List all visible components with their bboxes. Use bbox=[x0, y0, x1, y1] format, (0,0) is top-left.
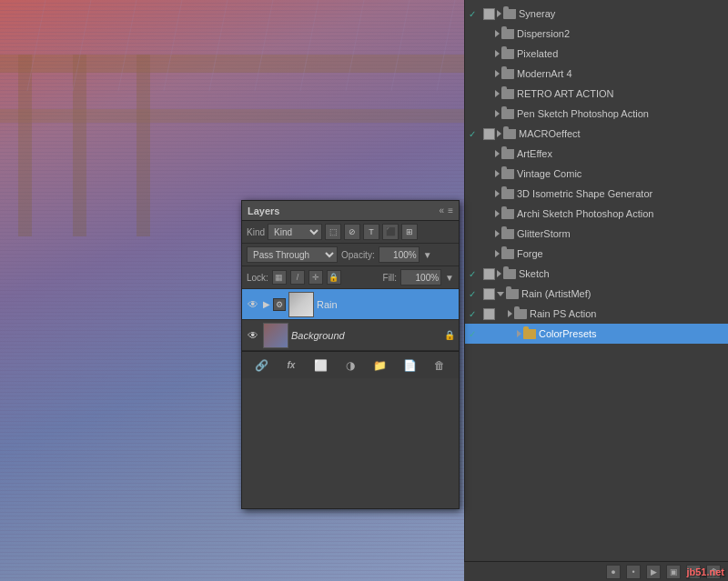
lock-row: Lock: ▦ / ✛ 🔒 Fill: 100% ▼ bbox=[242, 266, 459, 289]
check-mark: ✓ bbox=[469, 129, 481, 139]
new-layer-icon[interactable]: 📄 bbox=[401, 357, 418, 374]
kind-icon-3[interactable]: T bbox=[363, 224, 379, 240]
panel-menu-btn[interactable]: ≡ bbox=[448, 205, 453, 215]
folder-icon bbox=[501, 89, 514, 99]
collapse-triangle[interactable] bbox=[495, 190, 500, 197]
collapse-triangle[interactable] bbox=[495, 230, 500, 237]
collapse-triangle[interactable] bbox=[495, 150, 500, 157]
folder-icon bbox=[501, 149, 514, 159]
item-label: Dispersion2 bbox=[517, 28, 570, 39]
kind-icon-1[interactable]: ⬚ bbox=[325, 224, 341, 240]
group-icon[interactable]: 📁 bbox=[372, 357, 389, 374]
check-mark: ✓ bbox=[469, 309, 481, 319]
collapse-triangle[interactable] bbox=[495, 50, 500, 57]
right-panel-item-glitterstorm[interactable]: GlitterStorm bbox=[465, 224, 728, 244]
adjustment-icon[interactable]: ◑ bbox=[342, 357, 359, 374]
kind-icon-2[interactable]: ⊘ bbox=[344, 224, 360, 240]
collapse-triangle[interactable] bbox=[495, 90, 500, 97]
folder-icon bbox=[503, 269, 516, 279]
visibility-icon-rain[interactable]: 👁 bbox=[246, 297, 260, 312]
fill-input[interactable]: 100% bbox=[400, 269, 441, 285]
right-panel-item-arteffex[interactable]: ArtEffex bbox=[465, 144, 728, 164]
fx-icon[interactable]: fx bbox=[283, 357, 299, 374]
page-icon bbox=[483, 128, 495, 140]
mask-icon[interactable]: ⬜ bbox=[312, 357, 329, 374]
visibility-icon-bg[interactable]: 👁 bbox=[246, 328, 260, 343]
lock-brush-icon[interactable]: / bbox=[290, 270, 305, 285]
blend-row: Pass Through Opacity: 100% ▼ bbox=[242, 244, 459, 266]
collapse-triangle[interactable] bbox=[495, 250, 500, 257]
item-label: MACROeffect bbox=[519, 128, 581, 139]
collapse-triangle[interactable] bbox=[495, 30, 500, 37]
item-label: ColorPresets bbox=[539, 328, 597, 339]
blend-mode-select[interactable]: Pass Through bbox=[247, 246, 338, 263]
panel-footer: 🔗 fx ⬜ ◑ 📁 📄 🗑 bbox=[242, 351, 459, 378]
collapse-triangle[interactable] bbox=[495, 210, 500, 217]
collapse-triangle[interactable] bbox=[497, 270, 501, 277]
expand-triangle[interactable] bbox=[497, 292, 504, 296]
item-label: Sketch bbox=[519, 268, 550, 279]
panel-controls: « ≡ bbox=[440, 205, 453, 215]
layer-name-rain: Rain bbox=[317, 299, 455, 310]
right-panel-item-rain-ps-action[interactable]: ✓Rain PS Action bbox=[465, 304, 728, 324]
kind-select[interactable]: Kind bbox=[268, 224, 322, 240]
panel-titlebar: Layers « ≡ bbox=[242, 201, 459, 221]
svg-line-7 bbox=[118, 0, 136, 91]
collapse-triangle[interactable] bbox=[495, 170, 500, 177]
svg-line-10 bbox=[255, 0, 273, 91]
collapse-triangle[interactable] bbox=[517, 330, 521, 337]
check-mark: ✓ bbox=[469, 289, 481, 299]
collapse-triangle[interactable] bbox=[497, 130, 501, 137]
right-panel-item-vintage-comic[interactable]: Vintage Comic bbox=[465, 164, 728, 184]
opacity-input[interactable]: 100% bbox=[379, 246, 420, 263]
right-panel-item-syneray[interactable]: ✓Syneray bbox=[465, 4, 728, 24]
folder-icon[interactable]: ▣ bbox=[666, 565, 681, 579]
right-panel-item-colorpresets[interactable]: ✓ColorPresets bbox=[465, 324, 728, 344]
folder-icon bbox=[514, 309, 527, 319]
layer-lock-bg: 🔒 bbox=[444, 330, 455, 340]
folder-icon bbox=[501, 29, 514, 39]
kind-icon-5[interactable]: ⊞ bbox=[401, 224, 418, 240]
right-panel-item-pen-sketch-photoshop-action[interactable]: Pen Sketch Photoshop Action bbox=[465, 104, 728, 124]
collapse-triangle[interactable] bbox=[508, 310, 512, 317]
circle-icon[interactable]: ● bbox=[606, 565, 621, 579]
right-panel-item-3d-isometric-shape-generator[interactable]: 3D Isometric Shape Generator bbox=[465, 184, 728, 204]
page-icon bbox=[483, 268, 495, 280]
delete-icon[interactable]: 🗑 bbox=[431, 357, 448, 374]
layer-name-bg: Background bbox=[291, 330, 441, 341]
svg-line-9 bbox=[209, 0, 228, 91]
right-panel-item-rain-(artistmef)[interactable]: ✓Rain (ArtistMef) bbox=[465, 284, 728, 304]
right-panel-item-retro-art-action[interactable]: RETRO ART ACTION bbox=[465, 84, 728, 104]
opacity-label: Opacity: bbox=[341, 250, 375, 260]
layers-list: ✓Syneray Dispersion2 Pixelated ModernArt… bbox=[465, 0, 728, 347]
right-panel-item-archi-sketch-photoshop-action[interactable]: Archi Sketch Photoshop Action bbox=[465, 204, 728, 224]
dot-icon[interactable]: • bbox=[626, 565, 641, 579]
lock-pixel-icon[interactable]: ▦ bbox=[272, 270, 287, 285]
lock-all-icon[interactable]: 🔒 bbox=[327, 270, 341, 285]
panel-collapse-btn[interactable]: « bbox=[440, 205, 445, 215]
layer-item-background[interactable]: 👁 Background 🔒 bbox=[242, 320, 459, 351]
play-icon[interactable]: ▶ bbox=[646, 565, 661, 579]
layers-content: 👁 ▶ ⚙ Rain 👁 Background 🔒 bbox=[242, 289, 459, 351]
right-panel-item-pixelated[interactable]: Pixelated bbox=[465, 44, 728, 64]
right-panel-item-sketch[interactable]: ✓Sketch bbox=[465, 264, 728, 284]
link-icon[interactable]: 🔗 bbox=[253, 357, 269, 374]
right-panel-item-macroeffect[interactable]: ✓MACROeffect bbox=[465, 124, 728, 144]
right-panel-item-modernart-4[interactable]: ModernArt 4 bbox=[465, 64, 728, 84]
svg-rect-1 bbox=[0, 109, 464, 123]
collapse-triangle[interactable] bbox=[497, 10, 501, 17]
lock-move-icon[interactable]: ✛ bbox=[308, 270, 323, 285]
opacity-arrow[interactable]: ▼ bbox=[423, 250, 432, 260]
folder-icon bbox=[501, 169, 514, 179]
item-label: Vintage Comic bbox=[517, 168, 581, 179]
collapse-triangle[interactable] bbox=[495, 110, 500, 117]
right-panel-item-dispersion2[interactable]: Dispersion2 bbox=[465, 24, 728, 44]
item-label: ModernArt 4 bbox=[517, 68, 572, 79]
collapse-triangle[interactable] bbox=[495, 70, 500, 77]
layer-item-rain[interactable]: 👁 ▶ ⚙ Rain bbox=[242, 289, 459, 320]
expand-icon-rain[interactable]: ▶ bbox=[263, 299, 270, 309]
fill-label: Fill: bbox=[383, 273, 398, 283]
right-panel-item-forge[interactable]: Forge bbox=[465, 244, 728, 264]
kind-icon-4[interactable]: ⬛ bbox=[382, 224, 399, 240]
fill-arrow[interactable]: ▼ bbox=[445, 273, 454, 283]
